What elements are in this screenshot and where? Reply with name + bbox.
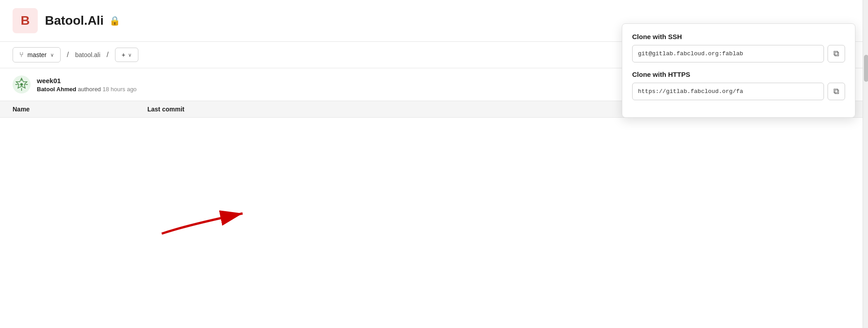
add-chevron-icon: ∨ (128, 52, 132, 58)
path-slash: / (105, 51, 110, 59)
copy-https-button[interactable]: ⧉ (828, 83, 845, 100)
page-wrapper: B Batool.Ali 🔒 ⑂ master ∨ / batool.ali /… (0, 0, 868, 328)
copy-ssh-icon: ⧉ (833, 49, 839, 58)
commit-action-text: authored (78, 86, 102, 93)
clone-ssh-title: Clone with SSH (632, 33, 845, 40)
avatar: B (13, 8, 38, 33)
clone-https-row: ⧉ (632, 83, 845, 100)
red-arrow-annotation (153, 189, 279, 244)
col-name-header: Name (13, 106, 147, 113)
scrollbar-thumb[interactable] (864, 55, 868, 82)
branch-chevron-icon: ∨ (50, 52, 54, 58)
repo-name-text: Batool.Ali (45, 13, 104, 28)
add-button[interactable]: + ∨ (115, 48, 138, 62)
contributor-avatar-icon (14, 77, 29, 92)
commit-meta: Batool Ahmed authored 18 hours ago (37, 86, 137, 93)
branch-selector[interactable]: ⑂ master ∨ (13, 47, 61, 62)
clone-ssh-input[interactable] (632, 45, 824, 62)
commit-info: week01 Batool Ahmed authored 18 hours ag… (37, 77, 137, 93)
avatar-letter: B (21, 13, 30, 28)
path-separator: / (65, 51, 71, 59)
plus-icon: + (122, 51, 125, 58)
lock-icon: 🔒 (109, 15, 120, 26)
copy-https-icon: ⧉ (833, 87, 839, 96)
clone-https-input[interactable] (632, 83, 824, 100)
clone-https-title: Clone with HTTPS (632, 71, 845, 78)
commit-message: week01 (37, 77, 137, 84)
clone-dropdown: Clone with SSH ⧉ Clone with HTTPS ⧉ (622, 23, 855, 118)
branch-name: master (27, 51, 47, 58)
path-folder: batool.ali (75, 51, 100, 58)
commit-time: 18 hours ago (102, 86, 137, 93)
svg-point-1 (20, 83, 23, 86)
copy-ssh-button[interactable]: ⧉ (828, 45, 845, 62)
repo-title: Batool.Ali 🔒 (45, 13, 120, 28)
scrollbar[interactable] (863, 0, 868, 328)
contributor-avatar (13, 75, 31, 93)
commit-author: Batool Ahmed (37, 86, 76, 93)
branch-icon: ⑂ (19, 51, 24, 59)
clone-ssh-row: ⧉ (632, 45, 845, 62)
